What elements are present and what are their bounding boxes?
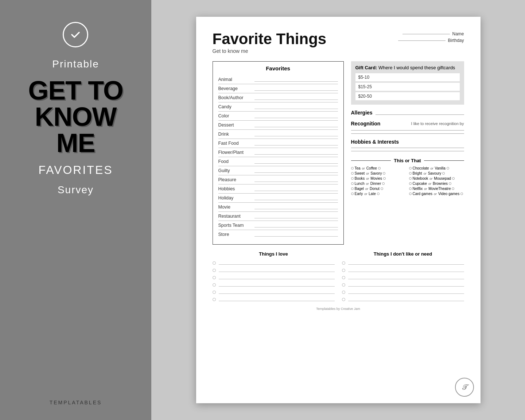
tot-dot-b [460,192,463,195]
things-dislike-column: Things I don't like or need [342,251,464,301]
fav-label: Candy [218,104,253,109]
tot-dot-b [383,172,385,175]
things-dot [213,269,216,272]
fav-label: Drink [218,132,253,137]
tot-or: or [424,187,427,191]
doc-title: Favorite Things [213,31,327,47]
tot-option-a: Lunch [355,182,365,186]
tot-option-a: Chocolate [413,166,429,170]
sidebar-content: Printable GET TO KNOW ME FAVORITES Surve… [28,22,123,196]
things-line [348,276,464,279]
favorites-list-item: Food [218,157,338,166]
fav-line [254,150,338,155]
tot-option-a: Bright [413,171,422,175]
tot-option-a: Notebook [413,176,428,180]
things-line [219,290,335,294]
fav-label: Flower/Plant [218,150,253,155]
tot-dot-b [442,172,445,175]
things-dislike-item [342,290,464,294]
things-dislike-list [342,261,464,301]
this-or-that-section: This or That Tea or Coffee Chocolate or … [351,158,464,196]
things-dot [342,261,345,265]
tot-or: or [366,172,369,175]
recognition-header: Recognition I like to receive recognitio… [351,121,464,127]
things-dot [342,276,345,279]
fav-line [254,178,338,182]
sidebar: Printable GET TO KNOW ME FAVORITES Surve… [0,0,151,420]
things-line [348,268,464,272]
things-dislike-item [342,268,464,272]
sidebar-title: GET TO KNOW ME [28,77,123,156]
tot-pair-item: Chocolate or Vanilla [409,166,464,170]
sidebar-title-line2: KNOW [28,104,123,130]
tot-or: or [431,167,433,170]
favorites-list-item: Animal [218,75,338,84]
this-or-that-grid: Tea or Coffee Chocolate or Vanilla Sweet… [351,166,464,196]
tot-pair-item: Cupcake or Brownies [409,182,464,186]
things-love-item [213,283,335,287]
things-dot [213,261,216,265]
things-line [219,261,335,265]
things-love-item [213,276,335,279]
fav-line [254,141,338,145]
favorites-list-item: Drink [218,130,338,139]
tot-pair-item: Lunch or Dinner [351,182,406,186]
sidebar-printable-label: Printable [52,58,99,70]
tot-pair-item: Bright or Savoury [409,171,464,175]
hobbies-line1 [351,148,464,148]
fav-line [254,132,338,136]
fav-line [254,223,338,228]
favorites-list-item: Book/Author [218,93,338,102]
favorites-list-item: Pleasure [218,175,338,184]
tot-dot-b [452,177,455,180]
tot-dot-a [409,177,412,180]
logo-circle: 𝒯 [455,378,474,397]
name-label: Name [452,31,464,36]
sidebar-title-line3: ME [28,130,123,156]
allergies-line [376,110,464,115]
doc-title-block: Favorite Things Get to know me [213,31,327,54]
allergies-section: Allergies [351,110,464,116]
things-love-list [213,261,335,301]
tot-or: or [366,177,369,180]
tot-option-b: Donut [370,187,380,191]
tot-dot-b [381,187,383,190]
tot-dot-a [351,177,354,180]
things-dislike-item [342,276,464,279]
tot-option-b: Savory [370,171,382,175]
tot-or: or [428,182,431,186]
favorites-list-item: Beverage [218,84,338,93]
favorites-list-item: Store [218,230,338,239]
right-column: Gift Card: Where I would spend these gif… [351,61,464,245]
things-love-title: Things I love [213,251,335,257]
favorites-list-item: Flower/Plant [218,148,338,157]
fav-line [254,196,338,200]
tot-pair-item: Books or Movies [351,176,406,180]
fav-label: Sports Team [218,223,253,228]
fav-label: Pleasure [218,177,253,182]
things-dislike-item [342,298,464,301]
things-line [219,298,335,301]
things-line [219,268,335,272]
favorites-list-item: Guilty [218,166,338,175]
gift-card-section: Gift Card: Where I would spend these gif… [351,61,464,105]
tot-pair-item: Netflix or MovieTheatre [409,187,464,191]
doc-body: Favorites AnimalBeverageBook/AuthorCandy… [213,61,464,245]
tot-pair-item: Early or Late [351,192,406,196]
favorites-list-item: Fast Food [218,139,338,148]
tot-option-a: Sweet [355,171,365,175]
fav-label: Color [218,113,253,118]
gift-option-item: $20-50 [355,92,460,100]
tot-pair-item: Card games or Video games [409,192,464,196]
fav-label: Holiday [218,195,253,201]
tot-dot-a [351,192,354,195]
recognition-description: I like to receive recognition by [383,121,464,126]
tot-dot-a [409,187,412,190]
fav-line [254,86,338,91]
tot-dot-b [378,167,381,170]
favorites-list-item: Sports Team [218,221,338,230]
tot-option-b: Late [369,192,376,196]
name-line: Name [398,31,464,36]
things-dot [213,283,216,287]
fav-label: Guilty [218,168,253,173]
